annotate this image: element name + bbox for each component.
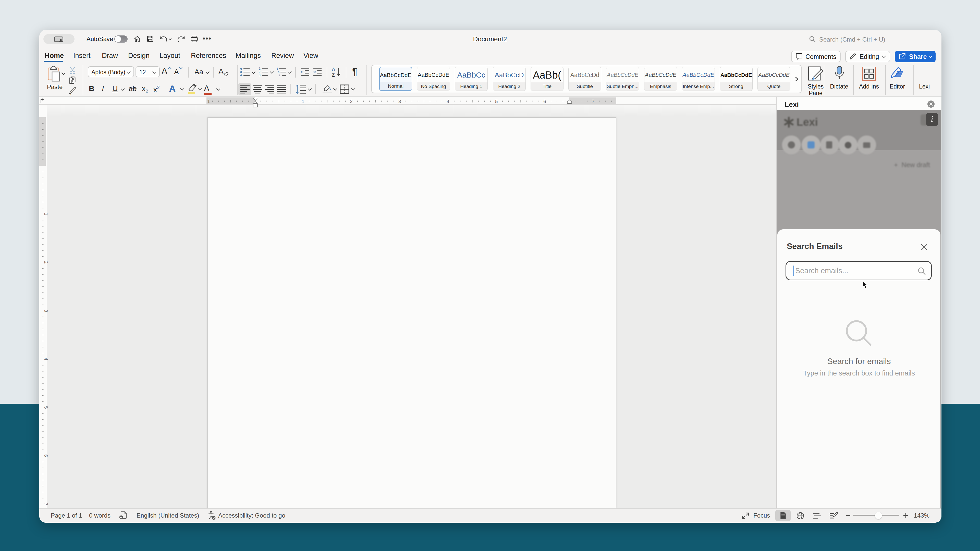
svg-text:1: 1: [43, 213, 49, 216]
svg-text:1: 1: [207, 99, 210, 104]
svg-text:4: 4: [43, 358, 49, 360]
svg-text:5: 5: [495, 99, 498, 104]
svg-text:5: 5: [43, 406, 49, 409]
svg-text:3: 3: [43, 310, 49, 312]
svg-text:6: 6: [43, 454, 49, 457]
svg-text:2: 2: [350, 99, 353, 104]
svg-text:6: 6: [543, 99, 546, 104]
svg-text:3: 3: [398, 99, 401, 104]
svg-text:7: 7: [592, 99, 595, 104]
svg-text:1: 1: [302, 99, 304, 104]
svg-text:7: 7: [43, 503, 49, 506]
svg-text:4: 4: [447, 99, 449, 104]
svg-text:2: 2: [43, 261, 49, 264]
